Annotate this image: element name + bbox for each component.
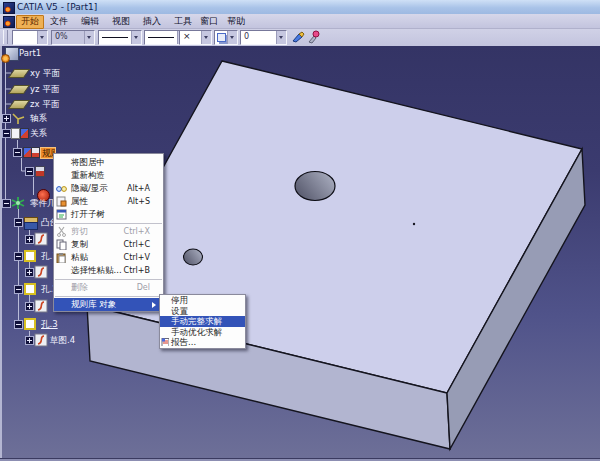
catia-window: Part1 xy 平面 yz 平面 zx 平面 轴系 关系 规则 bbox=[0, 0, 600, 461]
sketch-icon bbox=[34, 333, 48, 347]
painter-icon[interactable] bbox=[291, 30, 305, 44]
menu-window[interactable]: 窗口 bbox=[196, 15, 222, 27]
part-gear-icon bbox=[1, 54, 10, 63]
expander-sketch3[interactable] bbox=[25, 302, 34, 311]
submenu-arrow-icon bbox=[152, 302, 159, 308]
submenu-item-settings[interactable]: 设置 bbox=[160, 306, 245, 317]
relations-icon2 bbox=[20, 128, 29, 139]
expander-hole2[interactable] bbox=[14, 285, 23, 294]
menu-help[interactable]: 帮助 bbox=[223, 15, 249, 27]
chevron-down-icon[interactable] bbox=[227, 31, 237, 44]
submenu-item-report[interactable]: 报告... bbox=[160, 337, 245, 348]
rules-icon2 bbox=[31, 147, 40, 158]
copy-icon bbox=[56, 239, 67, 250]
hole-icon bbox=[24, 250, 36, 262]
context-menu: 将图居中 重新构造 隐藏/显示Alt+A 属性Alt+S 打开子树 剪切Ctrl… bbox=[53, 153, 164, 312]
wizard-icon[interactable] bbox=[306, 30, 320, 44]
pointtype-combo[interactable]: × bbox=[179, 30, 212, 45]
menu-tools[interactable]: 工具 bbox=[170, 15, 196, 27]
layer-icon bbox=[217, 33, 226, 42]
submenu-item-manual-optimize-solve[interactable]: 手动优化求解 bbox=[160, 327, 245, 338]
expander-sketch4[interactable] bbox=[25, 336, 34, 345]
menu-item-center-graph[interactable]: 将图居中 bbox=[54, 156, 163, 169]
menu-file[interactable]: 文件 bbox=[46, 15, 72, 27]
pad-icon bbox=[24, 222, 38, 230]
rendering-combo[interactable] bbox=[214, 30, 238, 45]
expander-axes[interactable] bbox=[2, 114, 11, 123]
chevron-down-icon[interactable] bbox=[276, 31, 286, 44]
menu-start[interactable]: 开始 bbox=[16, 15, 44, 29]
menu-item-delete[interactable]: 删除Del bbox=[54, 281, 163, 294]
menu-insert[interactable]: 插入 bbox=[139, 15, 165, 27]
menu-view[interactable]: 视图 bbox=[108, 15, 134, 27]
line-swatch bbox=[148, 37, 174, 38]
transparency-combo[interactable]: 0% bbox=[51, 30, 95, 45]
hole-icon bbox=[24, 283, 36, 295]
menu-item-copy[interactable]: 复制Ctrl+C bbox=[54, 238, 163, 251]
expander-sketch2[interactable] bbox=[25, 268, 34, 277]
paste-icon bbox=[56, 252, 67, 263]
tree-item-part1[interactable]: Part1 bbox=[19, 47, 41, 59]
tree-item-zx-plane[interactable]: zx 平面 bbox=[30, 98, 59, 110]
expander-rules[interactable] bbox=[13, 148, 22, 157]
rulebase-submenu: 停用 设置 手动完整求解 手动优化求解 报告... bbox=[159, 294, 246, 349]
tree-item-axes[interactable]: 轴系 bbox=[30, 112, 47, 124]
linetype-combo[interactable] bbox=[98, 30, 142, 45]
menu-item-reframe[interactable]: 重新构造 bbox=[54, 169, 163, 182]
submenu-item-manual-complete-solve[interactable]: 手动完整求解 bbox=[160, 316, 245, 327]
menu-item-hide-show[interactable]: 隐藏/显示Alt+A bbox=[54, 182, 163, 195]
chevron-down-icon[interactable] bbox=[37, 31, 47, 44]
rule-child-icon bbox=[35, 166, 45, 177]
toolbar-grip[interactable] bbox=[3, 30, 8, 44]
title-bar: CATIA V5 - [Part1] bbox=[0, 0, 600, 14]
hide-show-icon bbox=[56, 183, 67, 194]
menu-item-open-subtree[interactable]: 打开子树 bbox=[54, 208, 163, 221]
expander-hole1[interactable] bbox=[14, 252, 23, 261]
layer-combo[interactable]: 0 bbox=[240, 30, 287, 45]
document-icon[interactable] bbox=[3, 16, 15, 28]
subtree-icon bbox=[56, 209, 67, 220]
menu-edit[interactable]: 编辑 bbox=[77, 15, 103, 27]
tree-item-relations[interactable]: 关系 bbox=[30, 127, 47, 139]
partbody-icon bbox=[10, 196, 26, 210]
cut-icon bbox=[56, 226, 67, 237]
sketch-icon bbox=[34, 299, 48, 313]
tree-item-sketch4[interactable]: 草图.4 bbox=[50, 334, 75, 346]
menu-item-paste-special[interactable]: 选择性粘贴...Ctrl+B bbox=[54, 264, 163, 277]
tree-item-xy-plane[interactable]: xy 平面 bbox=[30, 67, 60, 79]
tree-item-yz-plane[interactable]: yz 平面 bbox=[30, 83, 59, 95]
line-swatch bbox=[102, 37, 128, 38]
expander-sketch1[interactable] bbox=[25, 235, 34, 244]
expander-hole3[interactable] bbox=[14, 320, 23, 329]
chevron-down-icon[interactable] bbox=[201, 31, 211, 44]
submenu-item-deactivate[interactable]: 停用 bbox=[160, 295, 245, 306]
color-combo[interactable] bbox=[12, 30, 48, 45]
menu-item-rulebase-object[interactable]: 规则库 对象 bbox=[54, 298, 163, 311]
menu-bar: 开始 文件 编辑 视图 插入 工具 窗口 帮助 bbox=[0, 14, 600, 29]
menu-item-cut[interactable]: 剪切Ctrl+X bbox=[54, 225, 163, 238]
tree-item-hole3[interactable]: 孔.3 bbox=[41, 318, 58, 330]
window-title: CATIA V5 - [Part1] bbox=[17, 2, 97, 12]
menu-item-paste[interactable]: 粘贴Ctrl+V bbox=[54, 251, 163, 264]
report-icon bbox=[161, 338, 169, 346]
sketch-icon bbox=[34, 265, 48, 279]
catia-app-icon bbox=[3, 2, 15, 14]
chevron-down-icon[interactable] bbox=[84, 31, 94, 44]
expander-pad[interactable] bbox=[14, 218, 23, 227]
expander-relations[interactable] bbox=[2, 129, 11, 138]
sketch-icon bbox=[34, 232, 48, 246]
chevron-down-icon[interactable] bbox=[131, 31, 141, 44]
hole-icon bbox=[24, 318, 36, 330]
graphic-properties-toolbar: 0% × 0 bbox=[0, 29, 600, 46]
expander-rule-child[interactable] bbox=[25, 167, 34, 176]
menu-item-properties[interactable]: 属性Alt+S bbox=[54, 195, 163, 208]
axis-system-icon bbox=[11, 111, 26, 125]
properties-icon bbox=[56, 196, 67, 207]
relations-icon bbox=[11, 128, 20, 139]
